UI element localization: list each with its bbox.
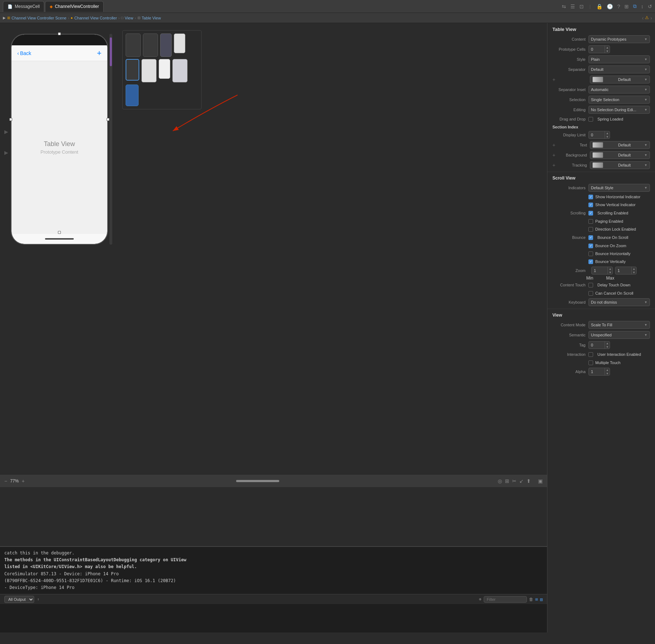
- help-icon[interactable]: ?: [617, 4, 620, 9]
- nav-prev[interactable]: ‹: [642, 15, 644, 21]
- delete-icon[interactable]: 🗑: [529, 597, 533, 602]
- console-icon[interactable]: ▤: [540, 597, 543, 602]
- alpha-down[interactable]: ▼: [605, 372, 610, 375]
- style-dropdown[interactable]: Plain ▼: [588, 55, 650, 63]
- zoom-in-icon[interactable]: +: [22, 478, 24, 484]
- grid-icon[interactable]: ⊞: [624, 4, 629, 9]
- zoom-out-icon[interactable]: −: [4, 478, 7, 484]
- layout-icon[interactable]: ⊞: [505, 478, 509, 484]
- sim-thumb-4[interactable]: [174, 33, 185, 53]
- paging-checkbox[interactable]: [588, 219, 593, 224]
- cancel-scroll-checkbox[interactable]: [588, 291, 593, 296]
- crop-icon[interactable]: ✂: [512, 478, 516, 484]
- direction-lock-checkbox[interactable]: [588, 227, 593, 232]
- clock-icon[interactable]: 🕐: [607, 4, 613, 9]
- console-output-select[interactable]: All Output: [4, 596, 34, 603]
- export-icon[interactable]: ⬆: [527, 478, 531, 484]
- horizontal-scrollbar[interactable]: [207, 480, 315, 482]
- debug-icon[interactable]: ⊞: [536, 597, 538, 602]
- bounce-h-checkbox[interactable]: [588, 251, 593, 256]
- zoom-max-input[interactable]: 1 ▲ ▼: [615, 267, 637, 275]
- dropdown-arrow-semantic: ▼: [644, 333, 647, 337]
- plus-sep-color[interactable]: +: [552, 77, 557, 82]
- phone-back-button[interactable]: ‹ Back: [17, 50, 31, 56]
- user-interaction-checkbox[interactable]: [588, 352, 593, 357]
- delay-touch-checkbox[interactable]: [588, 283, 593, 287]
- separator-dropdown[interactable]: Default ▼: [588, 65, 650, 73]
- phone-add-button[interactable]: +: [97, 49, 101, 58]
- pin-icon[interactable]: ↙: [519, 478, 524, 484]
- target-icon[interactable]: ◎: [498, 478, 502, 484]
- keyboard-dropdown[interactable]: Do not dismiss ▼: [588, 298, 650, 306]
- lock-icon[interactable]: 🔒: [596, 4, 602, 9]
- refresh-icon[interactable]: ↺: [648, 4, 652, 9]
- plus-background[interactable]: +: [552, 152, 557, 158]
- alpha-input[interactable]: 1 ▲ ▼: [588, 368, 610, 376]
- sim-thumb-5[interactable]: [141, 59, 157, 82]
- selection-handle-bl[interactable]: [58, 231, 61, 234]
- zoom-max-down[interactable]: ▼: [631, 271, 636, 274]
- back-forward-icon[interactable]: ⇆: [562, 4, 566, 9]
- display-limit-input[interactable]: 0 ▲ ▼: [588, 131, 610, 139]
- vertical-scroll-thumb[interactable]: [110, 37, 112, 66]
- spring-loaded-checkbox[interactable]: [588, 117, 593, 122]
- selection-handle-tl[interactable]: [58, 32, 61, 35]
- breadcrumb-tableview[interactable]: Table View: [142, 16, 161, 20]
- scrolling-enabled-checkbox[interactable]: [588, 211, 593, 216]
- device-icon[interactable]: ▣: [538, 478, 543, 484]
- inspector-icon[interactable]: ⧉: [633, 3, 637, 9]
- sim-thumb-2[interactable]: [143, 33, 158, 57]
- hide-icon[interactable]: ↕: [641, 4, 643, 9]
- show-vertical-checkbox[interactable]: [588, 203, 593, 207]
- sep-color-dropdown[interactable]: Default ▼: [590, 76, 650, 83]
- selection-handle-mr[interactable]: [107, 118, 109, 121]
- plus-tracking[interactable]: +: [552, 162, 557, 168]
- show-horizontal-checkbox[interactable]: [588, 195, 593, 199]
- display-limit-down[interactable]: ▼: [605, 135, 610, 139]
- semantic-dropdown[interactable]: Unspecified ▼: [588, 331, 650, 339]
- selection-handle-ml[interactable]: [9, 118, 12, 121]
- indicators-dropdown[interactable]: Default Style ▼: [588, 184, 650, 192]
- content-mode-dropdown[interactable]: Scale To Fill ▼: [588, 321, 650, 329]
- horizontal-scroll-thumb[interactable]: [236, 480, 279, 482]
- sim-thumb-selected[interactable]: [126, 59, 139, 81]
- breadcrumb-view[interactable]: View: [125, 16, 134, 20]
- nav-next[interactable]: ›: [650, 15, 652, 21]
- sim-thumb-1[interactable]: [126, 33, 141, 57]
- breadcrumb-controller[interactable]: Channel View Controller: [74, 16, 117, 20]
- display-limit-up[interactable]: ▲: [605, 131, 610, 135]
- prototype-cells-input[interactable]: 0 ▲ ▼: [588, 45, 610, 53]
- bounce-zoom-checkbox[interactable]: [588, 244, 593, 248]
- tab-channel-view-controller[interactable]: ◆ ChannelViewController: [45, 1, 104, 12]
- tracking-dropdown[interactable]: Default ▼: [590, 161, 650, 169]
- bounce-v-checkbox[interactable]: [588, 259, 593, 264]
- tag-input[interactable]: 0 ▲ ▼: [588, 341, 610, 349]
- list-icon[interactable]: ☰: [570, 4, 575, 9]
- sim-thumb-7[interactable]: [172, 59, 188, 82]
- background-dropdown[interactable]: Default ▼: [590, 151, 650, 159]
- tab-message-cell[interactable]: 📄 MessageCell: [3, 1, 44, 12]
- editing-dropdown[interactable]: No Selection During Edi... ▼: [588, 106, 650, 114]
- filter-input[interactable]: [484, 596, 527, 603]
- tag-up[interactable]: ▲: [605, 341, 610, 345]
- zoom-min-down[interactable]: ▼: [607, 271, 613, 274]
- tag-down[interactable]: ▼: [605, 345, 610, 349]
- zoom-min-input[interactable]: 1 ▲ ▼: [591, 267, 613, 275]
- sim-thumb-3[interactable]: [160, 33, 172, 57]
- window-icon[interactable]: ⊡: [579, 4, 584, 9]
- zoom-max-up[interactable]: ▲: [631, 267, 636, 271]
- content-dropdown[interactable]: Dynamic Prototypes ▼: [588, 35, 650, 43]
- breadcrumb-scene[interactable]: Channel View Controller Scene: [12, 16, 67, 20]
- sim-thumb-8[interactable]: [126, 85, 139, 106]
- alpha-up[interactable]: ▲: [605, 368, 610, 372]
- plus-text[interactable]: +: [552, 142, 557, 148]
- cells-stepper-down[interactable]: ▼: [605, 49, 610, 53]
- bounce-on-scroll-checkbox[interactable]: [588, 235, 593, 240]
- sep-inset-dropdown[interactable]: Automatic ▼: [588, 86, 650, 94]
- zoom-min-up[interactable]: ▲: [607, 267, 613, 271]
- multiple-touch-checkbox[interactable]: [588, 360, 593, 365]
- cells-stepper-up[interactable]: ▲: [605, 46, 610, 49]
- text-dropdown[interactable]: Default ▼: [590, 141, 650, 149]
- sim-thumb-6[interactable]: [159, 59, 170, 79]
- selection-dropdown[interactable]: Single Selection ▼: [588, 96, 650, 104]
